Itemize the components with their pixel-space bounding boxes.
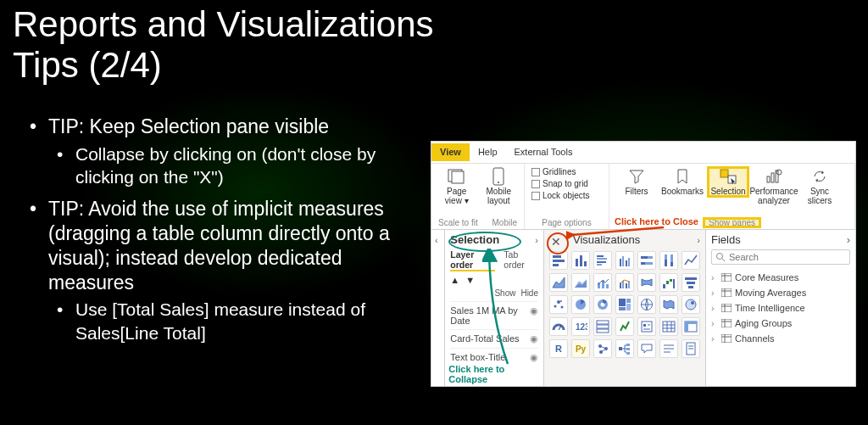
- ribbon-chart-icon[interactable]: [637, 273, 656, 292]
- svg-rect-82: [626, 344, 630, 346]
- map-icon[interactable]: [637, 295, 656, 314]
- clustered-bar-icon[interactable]: [593, 251, 612, 270]
- svg-rect-105: [721, 334, 732, 343]
- decomposition-tree-icon[interactable]: [615, 339, 634, 358]
- tab-order-tab[interactable]: Tab order: [504, 249, 538, 271]
- python-visual-icon[interactable]: Py: [571, 339, 590, 358]
- mobile-layout-button[interactable]: Mobile layout: [481, 167, 518, 205]
- stacked-column-100-icon[interactable]: [659, 251, 678, 270]
- waterfall-icon[interactable]: [659, 273, 678, 292]
- azure-map-icon[interactable]: [682, 295, 700, 314]
- table-icon: [721, 304, 732, 312]
- line-chart-icon[interactable]: [682, 251, 700, 270]
- field-table[interactable]: ›Core Measures: [711, 270, 850, 285]
- selection-item[interactable]: Card-Total Sales◉: [450, 329, 538, 348]
- svg-rect-53: [619, 299, 626, 306]
- tab-external-tools[interactable]: External Tools: [506, 143, 581, 161]
- stacked-area-icon[interactable]: [571, 273, 590, 292]
- svg-rect-21: [622, 256, 624, 266]
- filled-map-icon[interactable]: [659, 295, 678, 314]
- svg-rect-63: [597, 325, 609, 328]
- title-line-2: Tips (2/4): [13, 45, 434, 86]
- key-influencers-icon[interactable]: [593, 339, 612, 358]
- tab-help[interactable]: Help: [470, 143, 506, 161]
- reorder-arrows[interactable]: ▲ ▼: [450, 275, 538, 285]
- paginated-report-icon[interactable]: [682, 339, 700, 358]
- clustered-column-icon[interactable]: [615, 251, 634, 270]
- filters-collapsed-tab[interactable]: ‹ Filters: [431, 230, 445, 386]
- svg-rect-42: [673, 279, 675, 288]
- filters-button[interactable]: Filters: [616, 167, 657, 197]
- svg-point-3: [498, 182, 499, 183]
- fields-search[interactable]: [711, 249, 850, 265]
- close-button[interactable]: ✕: [548, 233, 565, 250]
- svg-rect-29: [665, 254, 667, 260]
- chevron-left-icon: ‹: [435, 235, 438, 245]
- field-table[interactable]: ›Moving Averages: [711, 285, 850, 300]
- svg-rect-66: [643, 324, 646, 327]
- area-chart-icon[interactable]: [549, 273, 568, 292]
- svg-rect-54: [626, 299, 631, 303]
- kpi-icon[interactable]: [615, 317, 634, 336]
- sync-slicers-button[interactable]: Sync slicers: [799, 167, 840, 205]
- line-stacked-column-icon[interactable]: [593, 273, 612, 292]
- svg-rect-69: [663, 322, 675, 332]
- gridlines-checkbox[interactable]: Gridlines: [531, 167, 590, 176]
- svg-rect-93: [721, 273, 732, 282]
- table-icon: [721, 288, 732, 297]
- show-all-button[interactable]: Show: [494, 288, 515, 298]
- treemap-icon[interactable]: [615, 295, 634, 314]
- hide-all-button[interactable]: Hide: [520, 288, 538, 298]
- scatter-icon[interactable]: [549, 295, 568, 314]
- chevron-right-icon[interactable]: ›: [535, 235, 538, 245]
- field-table[interactable]: ›Channels: [711, 331, 850, 346]
- svg-rect-27: [645, 262, 653, 265]
- svg-rect-6: [767, 176, 770, 182]
- eye-icon[interactable]: ◉: [530, 333, 538, 344]
- tab-view[interactable]: View: [431, 143, 470, 161]
- lock-objects-checkbox[interactable]: Lock objects: [531, 191, 590, 200]
- stacked-column-icon[interactable]: [571, 251, 590, 270]
- card-icon[interactable]: 123: [571, 317, 590, 336]
- bookmarks-button[interactable]: Bookmarks: [662, 167, 703, 197]
- multi-row-card-icon[interactable]: [593, 317, 612, 336]
- svg-rect-84: [626, 352, 630, 355]
- svg-rect-13: [576, 259, 578, 266]
- performance-analyzer-button[interactable]: Performance analyzer: [754, 167, 794, 205]
- gauge-icon[interactable]: [549, 317, 568, 336]
- line-clustered-column-icon[interactable]: [615, 273, 634, 292]
- donut-icon[interactable]: [593, 295, 612, 314]
- svg-rect-22: [626, 260, 627, 266]
- annotation-close-text: Click here to Close: [615, 216, 698, 226]
- eye-icon[interactable]: ◉: [530, 305, 538, 326]
- selection-item[interactable]: Sales 1M MA by Date◉: [450, 301, 538, 329]
- stacked-bar-icon[interactable]: [549, 251, 568, 270]
- panes-row: ‹ Filters Selection › Layer order Tab or…: [431, 230, 855, 386]
- matrix-icon[interactable]: [682, 317, 700, 336]
- r-visual-icon[interactable]: R: [549, 339, 568, 358]
- svg-rect-40: [666, 281, 669, 284]
- chevron-right-icon[interactable]: ›: [697, 235, 700, 245]
- table-icon[interactable]: [659, 317, 678, 336]
- funnel-icon[interactable]: [682, 273, 700, 292]
- smart-narrative-icon[interactable]: [659, 339, 678, 358]
- stacked-bar-100-icon[interactable]: [637, 251, 656, 270]
- field-table[interactable]: ›Aging Groups: [711, 316, 850, 331]
- selection-button[interactable]: Selection: [708, 167, 748, 197]
- page-view-button[interactable]: Page view ▾: [438, 167, 476, 205]
- caret-icon: ›: [711, 288, 718, 298]
- svg-rect-19: [597, 264, 602, 266]
- ribbon-group-page-options: Gridlines Snap to grid Lock objects Page…: [525, 164, 609, 229]
- qa-visual-icon[interactable]: [637, 339, 656, 358]
- annotation-collapse-text: Click here to Collapse: [448, 364, 543, 384]
- eye-icon[interactable]: ◉: [530, 352, 538, 363]
- snap-to-grid-checkbox[interactable]: Snap to grid: [531, 179, 590, 188]
- svg-rect-20: [620, 259, 621, 266]
- layer-order-tab[interactable]: Layer order: [450, 249, 495, 271]
- field-table[interactable]: ›Time Intelligence: [711, 300, 850, 316]
- slicer-icon[interactable]: [637, 317, 656, 336]
- chevron-right-icon[interactable]: ›: [847, 233, 850, 246]
- search-input[interactable]: [729, 252, 846, 262]
- svg-rect-1: [452, 171, 464, 183]
- pie-icon[interactable]: [571, 295, 590, 314]
